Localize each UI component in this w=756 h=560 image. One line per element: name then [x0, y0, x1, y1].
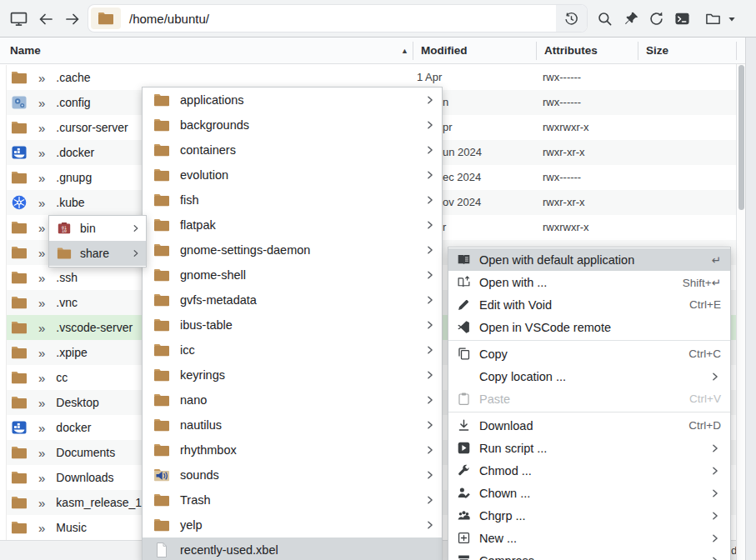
context-menu-item[interactable]: Chmod ... — [448, 459, 730, 482]
submenu-item[interactable]: fish — [143, 188, 442, 212]
flyout-item[interactable]: bin — [49, 216, 146, 241]
column-header-attributes[interactable]: Attributes — [544, 38, 598, 64]
context-menu-item[interactable]: Open with default application ↵ — [448, 248, 730, 271]
folder-icon — [11, 169, 28, 186]
chevron-right-icon — [424, 94, 436, 106]
folder-icon — [153, 392, 170, 408]
expand-chevrons-icon[interactable]: » — [38, 421, 45, 435]
context-menu-item[interactable]: Copy location ... — [448, 365, 730, 388]
expand-chevrons-icon[interactable]: » — [38, 396, 45, 410]
expand-chevrons-icon[interactable]: » — [38, 196, 45, 210]
expand-chevrons-icon[interactable]: » — [38, 496, 45, 510]
file-name: .xpipe — [56, 346, 87, 359]
context-menu-item[interactable]: Paste Ctrl+V — [448, 388, 730, 410]
column-header-modified[interactable]: Modified — [421, 38, 468, 64]
wrench-icon — [457, 463, 471, 478]
submenu-item[interactable]: sounds — [143, 462, 442, 488]
context-menu-item[interactable]: Compress ... — [448, 549, 730, 560]
submenu-item-label: flatpak — [180, 218, 216, 232]
scrollbar-thumb[interactable] — [738, 65, 744, 210]
path-input[interactable]: /home/ubuntu/ — [129, 12, 209, 26]
desktop-button[interactable] — [7, 7, 31, 31]
folder-icon — [153, 417, 170, 433]
submenu-item[interactable]: Trash — [143, 488, 442, 512]
submenu-item[interactable]: applications — [143, 88, 442, 112]
expand-chevrons-icon[interactable]: » — [38, 96, 45, 110]
expand-chevrons-icon[interactable]: » — [38, 346, 45, 360]
chevron-right-icon — [424, 469, 436, 481]
terminal-button[interactable] — [670, 7, 694, 31]
expand-chevrons-icon[interactable]: » — [38, 296, 45, 310]
refresh-button[interactable] — [644, 7, 668, 31]
context-menu-item[interactable]: Download Ctrl+D — [448, 414, 730, 437]
view-dropdown-button[interactable] — [723, 7, 741, 31]
expand-chevrons-icon[interactable]: » — [38, 171, 45, 185]
submenu-item[interactable]: gnome-settings-daemon — [143, 238, 442, 262]
pencil-icon — [457, 298, 471, 312]
expand-chevrons-icon[interactable]: » — [38, 121, 45, 135]
address-bar[interactable]: /home/ubuntu/ — [88, 5, 587, 32]
menu-item-shortcut: Ctrl+C — [688, 348, 721, 360]
chevron-right-icon — [424, 194, 436, 206]
folder-icon — [11, 369, 28, 386]
submenu-item[interactable]: flatpak — [143, 212, 442, 238]
folder-icon — [11, 444, 28, 461]
file-name: .config — [56, 96, 90, 109]
submenu-item[interactable]: ibus-table — [143, 312, 442, 338]
expand-chevrons-icon[interactable]: » — [38, 446, 45, 460]
menu-item-label: Paste — [479, 392, 510, 406]
submenu-item[interactable]: rhythmbox — [143, 438, 442, 462]
context-menu-item[interactable]: Open in VSCode remote — [448, 316, 730, 338]
file-name: Downloads — [56, 471, 113, 484]
folder-icon — [153, 217, 170, 233]
file-name: .kube — [56, 196, 84, 209]
expand-chevrons-icon[interactable]: » — [38, 71, 45, 85]
context-menu-item[interactable]: Edit with Void Ctrl+E — [448, 293, 730, 316]
context-menu-item[interactable]: Run script ... — [448, 437, 730, 459]
column-header-size[interactable]: Size — [646, 38, 668, 64]
expand-chevrons-icon[interactable]: » — [38, 321, 45, 335]
submenu-item[interactable]: yelp — [143, 512, 442, 538]
expand-chevrons-icon[interactable]: » — [38, 246, 45, 260]
folder-icon — [11, 519, 28, 536]
chevron-right-icon — [131, 248, 141, 258]
file-name: .docker — [56, 146, 94, 159]
submenu-item[interactable]: icc — [143, 338, 442, 362]
folder-icon — [153, 142, 170, 158]
submenu-item[interactable]: nautilus — [143, 412, 442, 438]
search-button[interactable] — [593, 7, 617, 31]
submenu-item-label: Trash — [180, 493, 211, 507]
context-menu-item[interactable]: New ... — [448, 527, 730, 549]
page-scrollbar[interactable] — [745, 38, 756, 560]
column-header-name[interactable]: Name — [10, 38, 41, 64]
folder-icon — [98, 10, 114, 27]
submenu-item[interactable]: evolution — [143, 162, 442, 188]
expand-chevrons-icon[interactable]: » — [38, 521, 45, 535]
back-button[interactable] — [33, 7, 58, 31]
submenu-item[interactable]: gvfs-metadata — [143, 288, 442, 312]
context-menu-item[interactable]: Chgrp ... — [448, 504, 730, 527]
context-menu-item[interactable]: Copy Ctrl+C — [448, 342, 730, 365]
expand-chevrons-icon[interactable]: » — [38, 146, 45, 160]
expand-chevrons-icon[interactable]: » — [38, 271, 45, 285]
context-menu-item[interactable]: Chown ... — [448, 482, 730, 504]
submenu-item[interactable]: backgrounds — [143, 112, 442, 138]
expand-chevrons-icon[interactable]: » — [38, 471, 45, 485]
folder-view-button[interactable] — [701, 7, 725, 31]
flyout-item[interactable]: share — [49, 241, 146, 266]
expand-chevrons-icon[interactable]: » — [38, 221, 45, 235]
history-button[interactable] — [556, 5, 587, 32]
current-folder-button[interactable] — [91, 8, 121, 29]
submenu-item[interactable]: nano — [143, 388, 442, 412]
submenu-item[interactable]: keyrings — [143, 362, 442, 388]
copy-icon — [457, 347, 471, 361]
sort-ascending-icon: ▲ — [401, 38, 408, 64]
context-menu-item[interactable]: Open with ... Shift+↵ — [448, 271, 730, 293]
submenu-item[interactable]: recently-used.xbel — [143, 538, 442, 560]
expand-chevrons-icon[interactable]: » — [38, 371, 45, 385]
table-scrollbar[interactable] — [736, 64, 745, 560]
submenu-item[interactable]: containers — [143, 138, 442, 162]
forward-button[interactable] — [60, 7, 84, 31]
submenu-item[interactable]: gnome-shell — [143, 262, 442, 288]
pin-button[interactable] — [619, 7, 643, 31]
